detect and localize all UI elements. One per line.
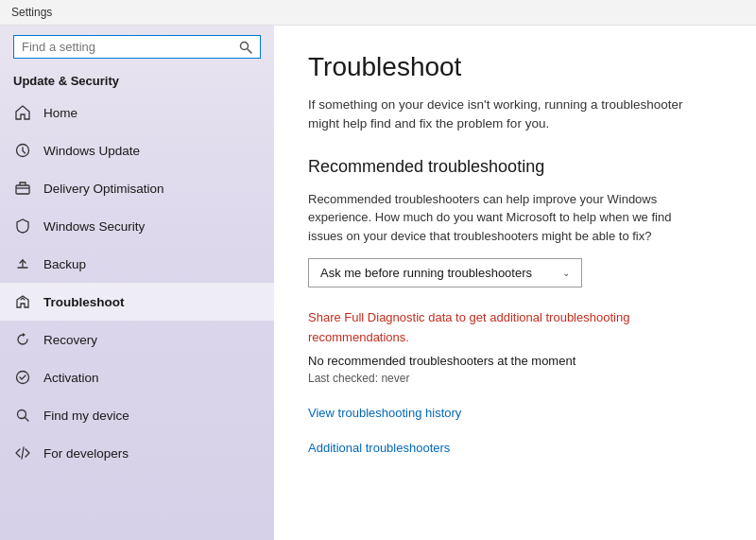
shield-icon [13,217,32,235]
find-device-icon [13,406,32,425]
sidebar-item-for-developers-label: For developers [43,446,129,461]
recovery-icon [13,330,32,349]
sidebar-item-find-device[interactable]: Find my device [0,396,274,434]
search-input[interactable] [22,40,239,54]
title-bar: Settings [0,0,756,26]
developers-icon [13,444,32,462]
page-title: Troubleshoot [308,52,722,82]
home-icon [13,103,32,122]
svg-rect-3 [16,185,29,194]
troubleshoot-icon [13,292,32,311]
sidebar-item-find-device-label: Find my device [43,409,129,423]
dropdown-value: Ask me before running troubleshooters [320,266,532,280]
title-bar-label: Settings [11,6,52,19]
sidebar-item-for-developers[interactable]: For developers [0,434,274,472]
svg-point-4 [17,372,29,384]
sidebar-item-troubleshoot[interactable]: Troubleshoot [0,283,274,321]
no-troubleshooters-text: No recommended troubleshooters at the mo… [308,354,722,368]
sidebar-item-backup[interactable]: Backup [0,245,274,283]
search-icon [239,41,252,54]
sidebar-item-windows-update[interactable]: Windows Update [0,131,274,169]
sidebar-item-troubleshoot-label: Troubleshoot [43,295,125,309]
svg-line-1 [248,48,251,52]
search-box-container[interactable] [13,35,261,59]
share-diagnostic-link[interactable]: Share Full Diagnostic data to get additi… [308,308,705,348]
sidebar-item-delivery[interactable]: Delivery Optimisation [0,169,274,207]
delivery-icon [13,179,32,198]
sidebar-item-windows-security[interactable]: Windows Security [0,207,274,245]
activation-icon [13,368,32,387]
recommended-section-heading: Recommended troubleshooting [308,157,722,177]
sidebar-item-backup-label: Backup [43,257,86,271]
sidebar-item-home[interactable]: Home [0,94,274,131]
sidebar-item-delivery-label: Delivery Optimisation [43,182,164,196]
sidebar-item-activation-label: Activation [43,371,99,385]
search-box-wrapper [0,26,274,66]
sidebar-item-recovery[interactable]: Recovery [0,321,274,358]
recommended-desc: Recommended troubleshooters can help imp… [308,190,705,246]
content-area: Update & Security Home Windows Update [0,26,756,540]
additional-troubleshooters-link[interactable]: Additional troubleshooters [308,441,722,455]
sidebar-item-recovery-label: Recovery [43,333,97,347]
view-history-link[interactable]: View troubleshooting history [308,406,722,420]
backup-icon [13,254,32,273]
main-content: Troubleshoot If something on your device… [274,26,756,540]
sidebar-item-home-label: Home [43,106,77,120]
sidebar: Update & Security Home Windows Update [0,26,274,540]
windows-update-icon [13,141,32,160]
page-description: If something on your device isn't workin… [308,96,705,134]
chevron-down-icon: ⌄ [562,268,570,278]
sidebar-item-activation[interactable]: Activation [0,358,274,396]
sidebar-item-windows-update-label: Windows Update [43,144,140,158]
troubleshooter-dropdown[interactable]: Ask me before running troubleshooters ⌄ [308,258,582,287]
last-checked-text: Last checked: never [308,372,722,385]
sidebar-item-windows-security-label: Windows Security [43,219,145,234]
svg-line-6 [25,417,28,421]
section-title: Update & Security [0,66,274,94]
